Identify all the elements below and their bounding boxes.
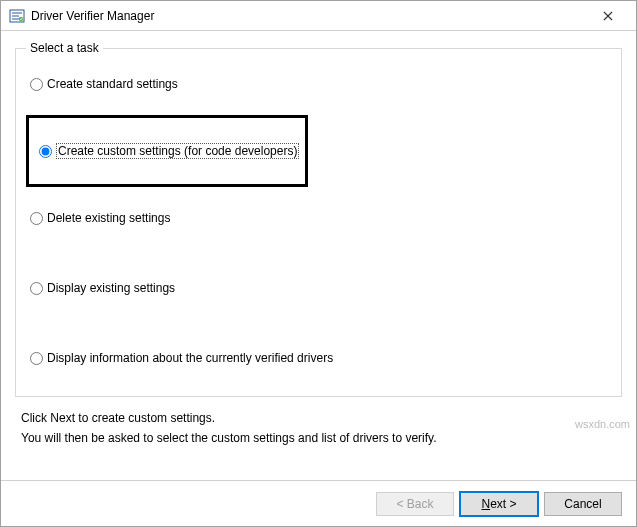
window-title: Driver Verifier Manager xyxy=(31,9,588,23)
focus-indicator: Create custom settings (for code develop… xyxy=(56,143,299,159)
radio-input-standard[interactable] xyxy=(30,78,43,91)
content-area: Select a task Create standard settings C… xyxy=(1,31,636,480)
radio-label-display-existing[interactable]: Display existing settings xyxy=(47,281,175,295)
dialog-window: Driver Verifier Manager Select a task Cr… xyxy=(0,0,637,527)
radio-label-standard[interactable]: Create standard settings xyxy=(47,77,178,91)
radio-label-display-info[interactable]: Display information about the currently … xyxy=(47,351,333,365)
radio-display-existing[interactable]: Display existing settings xyxy=(30,281,611,295)
highlight-box: Create custom settings (for code develop… xyxy=(26,115,308,187)
instruction-line-2: You will then be asked to select the cus… xyxy=(21,431,622,445)
titlebar: Driver Verifier Manager xyxy=(1,1,636,31)
task-group: Select a task Create standard settings C… xyxy=(15,41,622,397)
instruction-line-1: Click Next to create custom settings. xyxy=(21,411,622,425)
radio-create-custom[interactable]: Create custom settings (for code develop… xyxy=(39,144,299,158)
back-button: < Back xyxy=(376,492,454,516)
instructions: Click Next to create custom settings. Yo… xyxy=(15,411,622,445)
radio-delete-existing[interactable]: Delete existing settings xyxy=(30,211,611,225)
button-bar: < Back Next > Cancel xyxy=(1,480,636,526)
next-button[interactable]: Next > xyxy=(460,492,538,516)
radio-input-custom[interactable] xyxy=(39,145,52,158)
cancel-button[interactable]: Cancel xyxy=(544,492,622,516)
radio-label-delete[interactable]: Delete existing settings xyxy=(47,211,170,225)
app-icon xyxy=(9,8,25,24)
radio-input-display-existing[interactable] xyxy=(30,282,43,295)
radio-label-custom[interactable]: Create custom settings (for code develop… xyxy=(56,144,299,158)
close-icon xyxy=(603,8,613,24)
radio-create-standard[interactable]: Create standard settings xyxy=(30,77,611,91)
close-button[interactable] xyxy=(588,2,628,30)
radio-input-display-info[interactable] xyxy=(30,352,43,365)
radio-input-delete[interactable] xyxy=(30,212,43,225)
group-legend: Select a task xyxy=(26,41,103,55)
radio-display-info[interactable]: Display information about the currently … xyxy=(30,351,611,365)
